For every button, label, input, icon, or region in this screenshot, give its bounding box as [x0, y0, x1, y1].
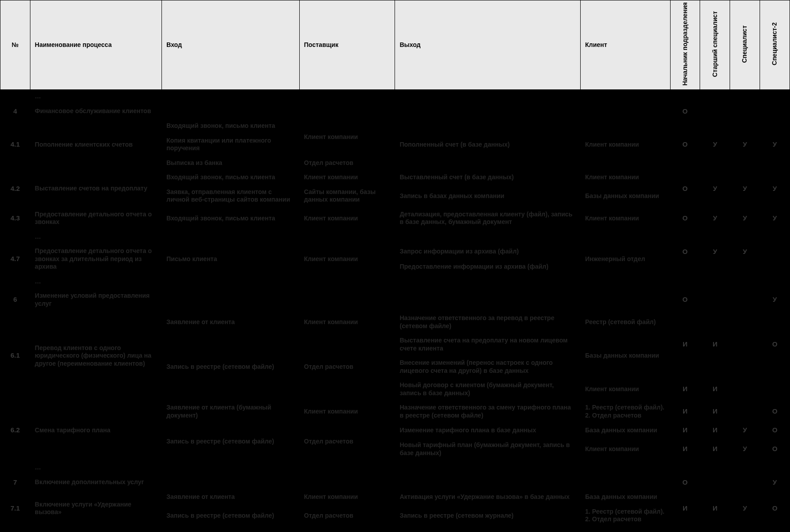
header-row: № Наименование процесса Вход Поставщик В… — [0, 0, 790, 90]
col-client: Клиент — [580, 0, 670, 90]
table-row: 7 Включение дополнительных услуг ОУ — [0, 475, 790, 490]
col-role1: Начальник подразделения — [670, 0, 700, 90]
process-table: № Наименование процесса Вход Поставщик В… — [0, 0, 790, 532]
table-row: … — [0, 230, 790, 245]
table-row: … — [0, 461, 790, 476]
col-name: Наименование процесса — [30, 0, 161, 90]
col-role3: Специалист — [730, 0, 760, 90]
col-num: № — [0, 0, 30, 90]
table-row: 4.3 Предоставление детального отчета о з… — [0, 207, 790, 230]
col-output: Выход — [395, 0, 581, 90]
table-row: … — [0, 527, 790, 532]
col-role2: Старший специалист — [700, 0, 730, 90]
table-row: 6.2 Смена тарифного плана Заявление от к… — [0, 401, 790, 423]
table-row: 4 Финансовое обслуживание клиентов О — [0, 104, 790, 119]
table-row: … — [0, 90, 790, 105]
table-row: 4.7 Предоставление детального отчета о з… — [0, 245, 790, 260]
col-role4: Специалист-2 — [760, 0, 790, 90]
col-supplier: Поставщик — [299, 0, 395, 90]
table-row: 4.1 Пополнение клиентских счетов Входящи… — [0, 119, 790, 134]
col-input: Вход — [162, 0, 300, 90]
table-row: 6.1 Перевод клиентов с одного юридическо… — [0, 312, 790, 334]
table-row: … — [0, 274, 790, 289]
table-row: 4.2 Выставление счетов на предоплату Вхо… — [0, 171, 790, 186]
table-row: 7.1 Включение услуги «Удержание вызова» … — [0, 490, 790, 505]
table-row: 6 Изменение условий предоставления услуг… — [0, 289, 790, 312]
